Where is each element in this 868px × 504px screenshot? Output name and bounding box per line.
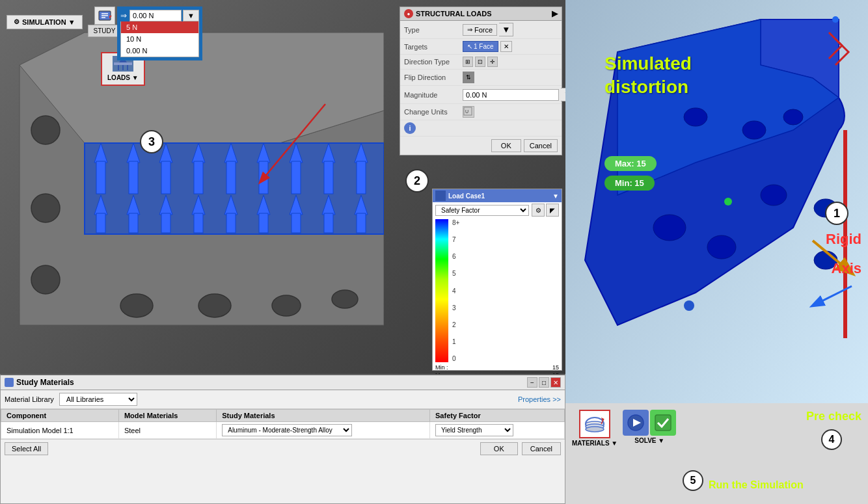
- panel-row-info: i: [400, 120, 562, 137]
- select-all-button[interactable]: Select All: [5, 442, 48, 455]
- flip-direction-value: ⇅: [463, 72, 558, 83]
- col-safety-factor: Safety Factor: [430, 410, 565, 422]
- svg-text:U: U: [465, 109, 468, 114]
- type-value: ⇒ Force ▼: [463, 23, 558, 36]
- ok-dialog-button[interactable]: OK: [480, 442, 518, 455]
- panel-expand-icon[interactable]: ▶: [552, 9, 558, 18]
- direction-type-value: ⊞ ⊡ ✛: [463, 57, 558, 67]
- safety-factor-row-dropdown[interactable]: Yield Strength: [435, 424, 513, 436]
- dir-icon-3[interactable]: ✛: [487, 57, 498, 67]
- force-unit-btn[interactable]: ▼: [183, 10, 199, 21]
- scale-3: 3: [452, 304, 459, 312]
- cancel-button[interactable]: Cancel: [524, 139, 558, 152]
- safety-controls: Safety Factor ⚙ ◤: [433, 202, 562, 218]
- dir-icon-1[interactable]: ⊞: [463, 57, 473, 67]
- safety-factor-panel: Load Case1 ▼ Safety Factor ⚙ ◤: [432, 189, 562, 371]
- magnitude-label: Magnitude: [404, 91, 463, 99]
- material-library-select[interactable]: All Libraries: [59, 393, 137, 406]
- dialog-footer: Select All OK Cancel: [1, 439, 565, 458]
- circle-label-2: 2: [405, 169, 429, 192]
- svg-rect-26: [226, 161, 236, 194]
- svg-point-70: [724, 198, 732, 206]
- svg-rect-24: [194, 161, 203, 194]
- force-option-5n[interactable]: 5 N: [121, 21, 198, 33]
- svg-point-16: [332, 290, 358, 308]
- dir-icon-2[interactable]: ⊡: [475, 57, 485, 67]
- materials-button-container: MATERIALS ▼: [572, 410, 617, 447]
- simulation-button[interactable]: ⚙ SIMULATION ▼: [7, 15, 83, 29]
- color-bar-gradient: [435, 219, 448, 362]
- simulation-toolbar: ⚙ SIMULATION ▼ STUDY: [7, 7, 121, 37]
- svg-point-62: [783, 109, 803, 125]
- solve-icon-left[interactable]: [623, 410, 649, 436]
- dialog-close-btn[interactable]: ✕: [550, 377, 561, 388]
- properties-button[interactable]: Properties >>: [518, 395, 561, 403]
- materials-button-icon[interactable]: [579, 410, 610, 438]
- col-study-materials: Study Materials: [217, 410, 430, 422]
- svg-point-14: [198, 294, 231, 317]
- target-clear-btn[interactable]: ✕: [500, 41, 512, 52]
- cell-model-materials: Steel: [118, 422, 216, 439]
- force-value-input[interactable]: [129, 10, 182, 21]
- study-materials-dialog: Study Materials − □ ✕ Material Library A…: [0, 374, 565, 504]
- dialog-restore-btn[interactable]: □: [539, 377, 549, 388]
- dialog-titlebar: Study Materials − □ ✕: [1, 375, 565, 390]
- solve-button-container: SOLVE ▼: [623, 410, 676, 444]
- targets-label: Targets: [404, 43, 463, 51]
- simulated-distortion-text: Simulated distortion: [604, 52, 692, 99]
- cell-component: Simulation Model 1:1: [1, 422, 119, 439]
- force-input-box: ⇒ ▼ 5 N 10 N 0.00 N: [117, 7, 202, 60]
- rigid-text: Rigid: [826, 231, 861, 248]
- svg-rect-48: [292, 213, 301, 233]
- circle-4-text: 4: [829, 434, 835, 445]
- cell-study-materials: Aluminum - Moderate-Strength Alloy: [217, 422, 430, 439]
- safety-case-label: Load Case1: [448, 192, 485, 200]
- svg-point-59: [761, 185, 787, 206]
- svg-rect-36: [96, 213, 105, 233]
- circle-label-4: 4: [821, 429, 842, 450]
- solve-label: SOLVE ▼: [634, 437, 664, 444]
- ok-button[interactable]: OK: [491, 139, 521, 152]
- cancel-dialog-button[interactable]: Cancel: [522, 442, 561, 455]
- force-option-0n[interactable]: 0.00 N: [121, 45, 198, 57]
- materials-table: Component Model Materials Study Material…: [1, 409, 565, 439]
- type-dropdown-btn[interactable]: ▼: [499, 23, 513, 36]
- materials-table-container: Component Model Materials Study Material…: [1, 409, 565, 439]
- scale-8: 8+: [452, 219, 459, 226]
- safety-factor-dropdown[interactable]: Safety Factor: [435, 205, 529, 216]
- loads-label: LOADS ▼: [107, 74, 139, 81]
- magnitude-dropdown-btn[interactable]: ▼: [561, 88, 565, 101]
- scale-5: 5: [452, 270, 459, 277]
- direction-type-label: Direction Type: [404, 58, 463, 66]
- safety-chart-btn[interactable]: ◤: [546, 204, 559, 217]
- solve-icon-right[interactable]: [650, 410, 676, 436]
- col-model-materials: Model Materials: [118, 410, 216, 422]
- force-type-btn[interactable]: ⇒ Force: [463, 24, 497, 36]
- svg-rect-38: [129, 213, 138, 233]
- simulation-label: SIMULATION ▼: [22, 18, 75, 26]
- units-icon[interactable]: U: [463, 106, 474, 118]
- bottom-right-toolbar: MATERIALS ▼: [565, 403, 868, 504]
- dialog-title-icon: [5, 378, 14, 387]
- safety-settings-btn[interactable]: ⚙: [532, 204, 545, 217]
- face-button[interactable]: ↖ 1 Face: [463, 41, 498, 52]
- materials-label: MATERIALS ▼: [572, 440, 617, 447]
- panel-row-flip: Flip Direction ⇅: [400, 70, 562, 86]
- scale-7: 7: [452, 236, 459, 243]
- dialog-title: Study Materials: [5, 378, 74, 387]
- force-type-icon: ⇒: [467, 26, 472, 33]
- magnitude-input[interactable]: [463, 89, 559, 101]
- circle-5-text: 5: [690, 475, 696, 486]
- flip-icon[interactable]: ⇅: [463, 72, 474, 83]
- safety-header-arrow: ▼: [552, 192, 559, 200]
- panel-row-type: Type ⇒ Force ▼: [400, 21, 562, 39]
- col-component: Component: [1, 410, 119, 422]
- force-option-10n[interactable]: 10 N: [121, 33, 198, 45]
- dialog-minimize-btn[interactable]: −: [527, 377, 537, 388]
- scale-0: 0: [452, 355, 459, 362]
- panel-header: ● STRUCTURAL LOADS ▶: [400, 7, 562, 21]
- svg-point-58: [707, 235, 736, 259]
- circle-1-text: 1: [834, 207, 840, 220]
- svg-rect-20: [129, 161, 138, 194]
- study-materials-dropdown[interactable]: Aluminum - Moderate-Strength Alloy: [222, 424, 352, 436]
